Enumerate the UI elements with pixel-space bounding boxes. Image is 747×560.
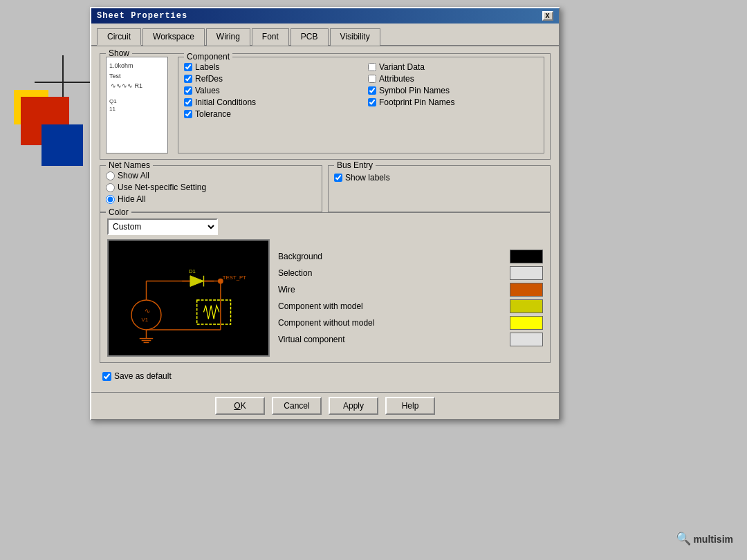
net-bus-row: Net Names Show All Use Net-specific Sett… bbox=[100, 165, 551, 212]
color-swatch-wire[interactable] bbox=[510, 283, 543, 297]
cb-labels[interactable] bbox=[184, 63, 192, 71]
cb-attributes-label: Attributes bbox=[379, 74, 414, 84]
help-button[interactable]: Help bbox=[385, 397, 435, 415]
color-opt-background: Background bbox=[278, 250, 543, 263]
bus-entry-group: Bus Entry Show labels bbox=[328, 165, 551, 212]
svg-text:D1: D1 bbox=[189, 268, 196, 274]
tab-circuit[interactable]: Circuit bbox=[97, 28, 141, 46]
color-group-label: Color bbox=[106, 207, 131, 217]
net-names-group: Net Names Show All Use Net-specific Sett… bbox=[100, 165, 322, 212]
radio-hideall[interactable] bbox=[106, 195, 115, 204]
radio-usenet-row: Use Net-specific Setting bbox=[106, 183, 316, 192]
button-row: OK Cancel Apply Help bbox=[91, 392, 559, 419]
cb-showlabels-row: Show labels bbox=[334, 173, 544, 183]
color-opt-selection-label: Selection bbox=[278, 268, 312, 278]
tab-pcb[interactable]: PCB bbox=[290, 28, 329, 46]
component-group-label: Component bbox=[184, 52, 232, 62]
color-opt-wire: Wire bbox=[278, 283, 543, 297]
radio-showall-row: Show All bbox=[106, 171, 316, 180]
logo-area bbox=[14, 69, 83, 173]
cb-tolerance[interactable] bbox=[184, 110, 192, 118]
color-opt-virtual-label: Virtual component bbox=[278, 335, 345, 344]
cb-symbolpin-row: Symbol Pin Names bbox=[368, 86, 538, 95]
cb-showlabels-label: Show labels bbox=[345, 173, 390, 183]
checkbox-columns: Labels RefDes Values bbox=[184, 60, 538, 121]
cb-save-default[interactable] bbox=[102, 372, 111, 381]
cb-symbolpin-label: Symbol Pin Names bbox=[379, 86, 450, 95]
cb-labels-row: Labels bbox=[184, 62, 354, 72]
radio-hideall-label: Hide All bbox=[118, 194, 146, 204]
cb-showlabels[interactable] bbox=[334, 174, 342, 182]
svg-text:TEST_PT: TEST_PT bbox=[223, 274, 246, 281]
color-swatch-virtual[interactable] bbox=[510, 333, 543, 346]
radio-showall[interactable] bbox=[106, 171, 115, 180]
title-bar: Sheet Properties X bbox=[91, 8, 559, 24]
component-group: Component Labels RefDes bbox=[178, 57, 544, 153]
color-swatch-comp-nomodel[interactable] bbox=[510, 316, 543, 330]
color-swatch-selection[interactable] bbox=[510, 266, 543, 280]
save-default-row: Save as default bbox=[102, 371, 172, 381]
color-opt-comp-model-label: Component with model bbox=[278, 301, 363, 311]
logo-blue bbox=[42, 124, 83, 166]
cb-variant-label: Variant Data bbox=[379, 62, 425, 72]
color-opt-comp-model: Component with model bbox=[278, 299, 543, 313]
color-opt-comp-nomodel: Component without model bbox=[278, 316, 543, 330]
multisim-logo: 🔍 multisim bbox=[676, 531, 733, 546]
cb-footprintpin[interactable] bbox=[368, 98, 376, 106]
color-swatch-background[interactable] bbox=[510, 250, 543, 263]
checkbox-col-left: Labels RefDes Values bbox=[184, 60, 354, 121]
dialog-body: Show 1.0kohm Test ∿∿∿∿ R1 Q1 11 Componen… bbox=[91, 46, 559, 392]
cb-values-label: Values bbox=[195, 86, 220, 95]
color-options: Background Selection Wire Component with… bbox=[278, 239, 543, 357]
color-opt-comp-nomodel-label: Component without model bbox=[278, 318, 374, 328]
checkbox-col-right: Variant Data Attributes Symbol Pin Names bbox=[368, 60, 538, 121]
dialog-title: Sheet Properties bbox=[97, 11, 187, 21]
tab-bar: Circuit Workspace Wiring Font PCB Visibi… bbox=[91, 24, 559, 46]
radio-showall-label: Show All bbox=[118, 171, 149, 180]
cb-labels-label: Labels bbox=[195, 62, 219, 72]
color-dropdown[interactable]: Custom bbox=[107, 218, 218, 235]
circuit-svg: ∿ V1 bbox=[109, 241, 268, 355]
cb-variant[interactable] bbox=[368, 63, 376, 71]
radio-usenet[interactable] bbox=[106, 183, 115, 192]
cb-initial-label: Initial Conditions bbox=[195, 97, 256, 107]
preview-schematic: 1.0kohm Test ∿∿∿∿ R1 Q1 11 bbox=[109, 62, 142, 113]
cb-tolerance-row: Tolerance bbox=[184, 109, 354, 119]
cancel-button[interactable]: Cancel bbox=[272, 397, 322, 415]
cb-refdes-label: RefDes bbox=[195, 74, 223, 84]
bus-entry-label: Bus Entry bbox=[334, 160, 376, 170]
close-button[interactable]: X bbox=[542, 11, 553, 21]
cb-symbolpin[interactable] bbox=[368, 86, 376, 95]
sheet-properties-dialog: Sheet Properties X Circuit Workspace Wir… bbox=[90, 7, 560, 420]
tab-font[interactable]: Font bbox=[252, 28, 289, 46]
color-opt-virtual: Virtual component bbox=[278, 333, 543, 346]
cb-save-default-label: Save as default bbox=[114, 371, 172, 381]
cb-attributes-row: Attributes bbox=[368, 74, 538, 84]
svg-text:V1: V1 bbox=[142, 317, 149, 323]
color-group: Color Custom ∿ V1 bbox=[100, 212, 551, 363]
cb-tolerance-label: Tolerance bbox=[195, 109, 231, 119]
ok-button[interactable]: OK bbox=[215, 397, 265, 415]
bottom-row: Save as default bbox=[100, 368, 551, 385]
color-opt-wire-label: Wire bbox=[278, 285, 295, 295]
apply-button[interactable]: Apply bbox=[329, 397, 378, 415]
tab-wiring[interactable]: Wiring bbox=[206, 28, 250, 46]
tab-visibility[interactable]: Visibility bbox=[330, 28, 380, 46]
component-preview: 1.0kohm Test ∿∿∿∿ R1 Q1 11 bbox=[106, 57, 168, 153]
cb-initial[interactable] bbox=[184, 98, 192, 106]
cb-footprintpin-row: Footprint Pin Names bbox=[368, 97, 538, 107]
cb-footprintpin-label: Footprint Pin Names bbox=[379, 97, 454, 107]
cb-refdes-row: RefDes bbox=[184, 74, 354, 84]
color-swatch-comp-model[interactable] bbox=[510, 299, 543, 313]
cb-values[interactable] bbox=[184, 86, 192, 95]
cb-attributes[interactable] bbox=[368, 75, 376, 83]
radio-usenet-label: Use Net-specific Setting bbox=[118, 183, 206, 192]
color-content: ∿ V1 bbox=[107, 239, 543, 357]
svg-text:∿: ∿ bbox=[145, 307, 150, 315]
svg-rect-0 bbox=[109, 241, 268, 355]
cb-refdes[interactable] bbox=[184, 75, 192, 83]
color-opt-background-label: Background bbox=[278, 252, 322, 261]
cb-variant-row: Variant Data bbox=[368, 62, 538, 72]
circuit-preview: ∿ V1 bbox=[107, 239, 270, 357]
tab-workspace[interactable]: Workspace bbox=[142, 28, 205, 46]
